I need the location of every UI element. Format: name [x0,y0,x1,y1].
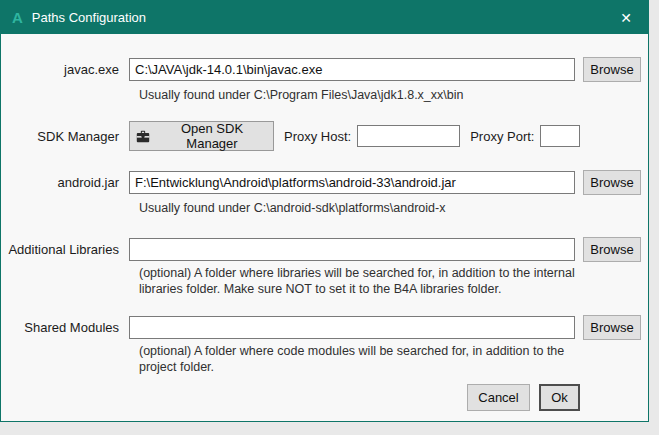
additional-libraries-group: Additional Libraries Browse (optional) A… [1,237,648,297]
shared-modules-browse-button[interactable]: Browse [583,315,641,340]
dialog-body: javac.exe Browse Usually found under C:\… [1,34,648,375]
proxy-host-label: Proxy Host: [284,129,351,144]
shared-modules-hint: (optional) A folder where code modules w… [139,343,597,375]
android-jar-group: android.jar Browse Usually found under C… [1,170,648,216]
proxy-port-input[interactable] [540,125,580,147]
proxy-host-input[interactable] [357,125,460,147]
javac-label: javac.exe [1,62,129,77]
android-jar-path-input[interactable] [129,171,575,194]
open-sdk-manager-label: Open SDK Manager [157,121,267,151]
shared-modules-label: Shared Modules [1,320,129,335]
ok-button[interactable]: Ok [539,384,580,411]
additional-libraries-browse-button[interactable]: Browse [583,237,641,262]
paths-configuration-dialog: A Paths Configuration ✕ javac.exe Browse… [0,0,649,422]
javac-path-input[interactable] [129,58,575,81]
titlebar: A Paths Configuration ✕ [1,1,648,34]
shared-modules-input[interactable] [129,316,575,339]
sdk-manager-label: SDK Manager [1,129,129,144]
android-jar-browse-button[interactable]: Browse [583,170,641,195]
javac-browse-button[interactable]: Browse [583,57,641,82]
close-icon[interactable]: ✕ [604,1,648,34]
proxy-port-label: Proxy Port: [470,129,534,144]
android-jar-hint: Usually found under C:\android-sdk\platf… [139,200,445,216]
toolbox-icon [136,130,150,143]
javac-hint: Usually found under C:\Program Files\Jav… [139,87,463,103]
additional-libraries-hint: (optional) A folder where libraries will… [139,265,597,297]
b4a-logo: A [12,9,23,26]
sdk-manager-group: SDK Manager Open SDK Manager Proxy Host:… [1,121,648,151]
open-sdk-manager-button[interactable]: Open SDK Manager [129,121,274,151]
android-jar-label: android.jar [1,175,129,190]
window-title: Paths Configuration [32,10,146,25]
additional-libraries-input[interactable] [129,238,575,261]
additional-libraries-label: Additional Libraries [1,242,129,257]
shared-modules-group: Shared Modules Browse (optional) A folde… [1,315,648,375]
javac-group: javac.exe Browse Usually found under C:\… [1,57,648,103]
footer-buttons: Cancel Ok [467,384,580,411]
cancel-button[interactable]: Cancel [467,384,530,411]
